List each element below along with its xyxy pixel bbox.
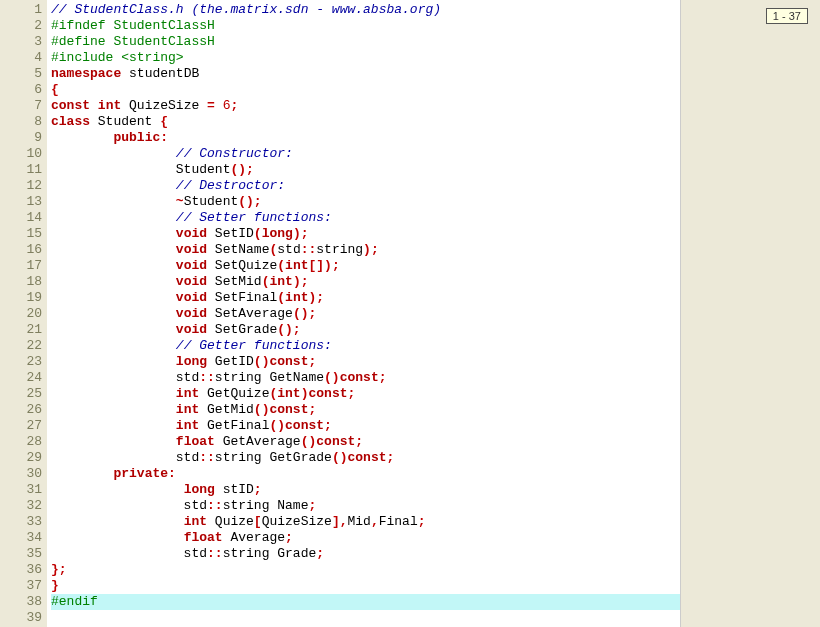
line-number: 8 bbox=[0, 114, 42, 130]
code-line: void SetID(long); bbox=[51, 226, 680, 242]
line-number: 28 bbox=[0, 434, 42, 450]
line-number: 2 bbox=[0, 18, 42, 34]
line-number: 32 bbox=[0, 498, 42, 514]
line-number: 30 bbox=[0, 466, 42, 482]
code-line: int GetMid()const; bbox=[51, 402, 680, 418]
code-line: int GetQuize(int)const; bbox=[51, 386, 680, 402]
code-line bbox=[51, 610, 680, 626]
line-number: 16 bbox=[0, 242, 42, 258]
code-line: int Quize[QuizeSize],Mid,Final; bbox=[51, 514, 680, 530]
line-number: 29 bbox=[0, 450, 42, 466]
code-line: } bbox=[51, 578, 680, 594]
code-line: void SetFinal(int); bbox=[51, 290, 680, 306]
line-number: 18 bbox=[0, 274, 42, 290]
line-number: 26 bbox=[0, 402, 42, 418]
code-line: void SetMid(int); bbox=[51, 274, 680, 290]
line-number: 4 bbox=[0, 50, 42, 66]
line-number: 23 bbox=[0, 354, 42, 370]
line-number: 31 bbox=[0, 482, 42, 498]
line-number: 27 bbox=[0, 418, 42, 434]
code-line: std::string Grade; bbox=[51, 546, 680, 562]
code-line: float GetAverage()const; bbox=[51, 434, 680, 450]
line-number: 35 bbox=[0, 546, 42, 562]
code-line: // StudentClass.h (the.matrix.sdn - www.… bbox=[51, 2, 680, 18]
code-line: #endif bbox=[51, 594, 680, 610]
line-number: 14 bbox=[0, 210, 42, 226]
code-line: long stID; bbox=[51, 482, 680, 498]
code-line: // Constructor: bbox=[51, 146, 680, 162]
code-line: #define StudentClassH bbox=[51, 34, 680, 50]
line-number: 20 bbox=[0, 306, 42, 322]
range-badge: 1 - 37 bbox=[766, 8, 808, 24]
code-editor[interactable]: 1234567891011121314151617181920212223242… bbox=[0, 0, 681, 627]
line-number: 39 bbox=[0, 610, 42, 626]
code-line: namespace studentDB bbox=[51, 66, 680, 82]
line-number: 7 bbox=[0, 98, 42, 114]
code-line: ~Student(); bbox=[51, 194, 680, 210]
line-number: 24 bbox=[0, 370, 42, 386]
code-line: std::string Name; bbox=[51, 498, 680, 514]
code-line: // Destroctor: bbox=[51, 178, 680, 194]
line-number: 15 bbox=[0, 226, 42, 242]
code-line: private: bbox=[51, 466, 680, 482]
line-number: 12 bbox=[0, 178, 42, 194]
code-line: void SetAverage(); bbox=[51, 306, 680, 322]
line-number: 5 bbox=[0, 66, 42, 82]
line-number: 10 bbox=[0, 146, 42, 162]
line-number-gutter: 1234567891011121314151617181920212223242… bbox=[0, 0, 47, 627]
line-number: 11 bbox=[0, 162, 42, 178]
code-line: void SetGrade(); bbox=[51, 322, 680, 338]
line-number: 37 bbox=[0, 578, 42, 594]
line-number: 33 bbox=[0, 514, 42, 530]
line-number: 22 bbox=[0, 338, 42, 354]
line-number: 36 bbox=[0, 562, 42, 578]
code-line: }; bbox=[51, 562, 680, 578]
code-line: std::string GetName()const; bbox=[51, 370, 680, 386]
code-line: #ifndef StudentClassH bbox=[51, 18, 680, 34]
line-number: 21 bbox=[0, 322, 42, 338]
line-number: 34 bbox=[0, 530, 42, 546]
code-line: { bbox=[51, 82, 680, 98]
code-line: float Average; bbox=[51, 530, 680, 546]
right-pane bbox=[681, 0, 820, 627]
line-number: 6 bbox=[0, 82, 42, 98]
code-line: Student(); bbox=[51, 162, 680, 178]
line-number: 13 bbox=[0, 194, 42, 210]
line-number: 25 bbox=[0, 386, 42, 402]
line-number: 38 bbox=[0, 594, 42, 610]
code-line: // Getter functions: bbox=[51, 338, 680, 354]
code-line: class Student { bbox=[51, 114, 680, 130]
line-number: 1 bbox=[0, 2, 42, 18]
code-line: // Setter functions: bbox=[51, 210, 680, 226]
code-line: #include <string> bbox=[51, 50, 680, 66]
code-area[interactable]: // StudentClass.h (the.matrix.sdn - www.… bbox=[47, 0, 680, 627]
code-line: public: bbox=[51, 130, 680, 146]
code-line: long GetID()const; bbox=[51, 354, 680, 370]
code-line: void SetQuize(int[]); bbox=[51, 258, 680, 274]
line-number: 17 bbox=[0, 258, 42, 274]
code-line: std::string GetGrade()const; bbox=[51, 450, 680, 466]
line-number: 19 bbox=[0, 290, 42, 306]
line-number: 9 bbox=[0, 130, 42, 146]
code-line: int GetFinal()const; bbox=[51, 418, 680, 434]
code-line: void SetName(std::string); bbox=[51, 242, 680, 258]
line-number: 3 bbox=[0, 34, 42, 50]
code-line: const int QuizeSize = 6; bbox=[51, 98, 680, 114]
